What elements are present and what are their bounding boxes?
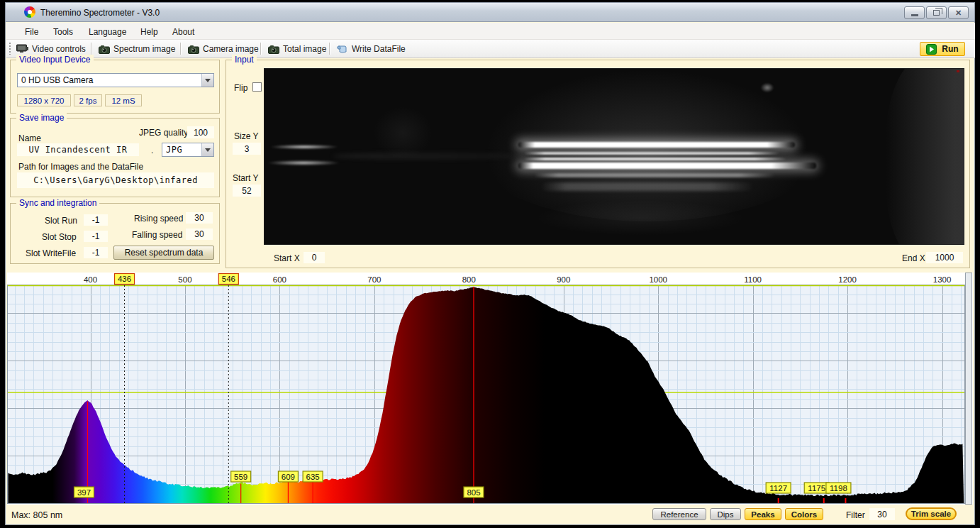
video-device-value: 0 HD USB Camera xyxy=(18,75,201,85)
close-button[interactable]: ✕ xyxy=(948,6,969,19)
axis-tick-900: 900 xyxy=(557,275,570,284)
jpeg-quality-field[interactable]: 100 xyxy=(187,126,214,138)
main-streak-5 xyxy=(534,173,775,177)
svg-text:436: 436 xyxy=(118,275,131,283)
axis-tick-800: 800 xyxy=(462,275,476,284)
axis-tick-700: 700 xyxy=(367,275,381,284)
lower-smudge xyxy=(534,200,747,236)
left-streak-upper xyxy=(270,145,338,149)
video-device-select[interactable]: 0 HD USB Camera xyxy=(17,73,214,87)
end-x-label: End X xyxy=(902,253,925,263)
peak-label-1127: 1127 xyxy=(766,483,791,493)
toolbar-camera-image[interactable]: Camera image xyxy=(185,42,262,56)
chevron-down-icon xyxy=(201,74,213,87)
format-value: JPG xyxy=(162,145,201,155)
peaks-button[interactable]: Peaks xyxy=(745,508,781,520)
slot-writefile-label: Slot WriteFile xyxy=(26,248,76,258)
colors-button[interactable]: Colors xyxy=(785,508,823,520)
reset-spectrum-button[interactable]: Reset spectrum data xyxy=(113,246,214,260)
camera-preview-image xyxy=(264,68,964,245)
spectrum-chart[interactable]: 4005006007008009001000110012001300436546… xyxy=(7,273,973,505)
svg-text:1198: 1198 xyxy=(830,484,847,493)
red-mark xyxy=(957,70,959,72)
menu-bar: File Tools Language Help About xyxy=(6,23,975,40)
slot-writefile-field[interactable]: -1 xyxy=(84,247,108,258)
exposure-button[interactable]: 12 mS xyxy=(105,94,142,106)
menu-language[interactable]: Language xyxy=(86,26,129,38)
axis-tick-1000: 1000 xyxy=(649,275,667,284)
maximize-button[interactable] xyxy=(926,6,947,19)
reference-button[interactable]: Reference xyxy=(652,508,706,520)
start-y-field[interactable]: 52 xyxy=(233,185,261,197)
rising-speed-field[interactable]: 30 xyxy=(186,212,213,224)
toolbar-grip[interactable] xyxy=(9,43,11,55)
end-x-field[interactable]: 1000 xyxy=(926,252,963,263)
dips-button[interactable]: Dips xyxy=(710,508,741,520)
menu-about[interactable]: About xyxy=(169,26,197,38)
filter-label: Filter xyxy=(846,510,865,520)
fps-button[interactable]: 2 fps xyxy=(74,94,102,106)
monitor-icon xyxy=(16,44,28,54)
main-streak-6 xyxy=(541,182,754,191)
chevron-down-icon xyxy=(201,143,213,156)
start-x-field[interactable]: 0 xyxy=(304,252,325,263)
axis-tick-1200: 1200 xyxy=(838,275,857,284)
peak-label-397: 397 xyxy=(74,487,94,497)
size-y-label: Size Y xyxy=(234,131,258,141)
run-button[interactable]: Run xyxy=(920,42,965,56)
slot-run-label: Slot Run xyxy=(45,216,77,226)
image-name-field[interactable]: UV Incandescent IR xyxy=(17,143,139,156)
close-icon: ✕ xyxy=(955,9,962,17)
group-title: Input xyxy=(232,55,257,65)
toolbar-total-image[interactable]: Total image xyxy=(265,42,329,56)
dot-separator: . xyxy=(151,145,153,155)
filter-field[interactable]: 30 xyxy=(869,508,895,520)
trim-scale-button[interactable]: Trim scale xyxy=(906,507,957,520)
menu-tools[interactable]: Tools xyxy=(50,26,76,38)
toolbar-separator xyxy=(91,43,91,55)
peak-label-546: 546 xyxy=(218,274,238,285)
screenshot-root: Theremino Spectrometer - V3.0 ✕ File Too… xyxy=(0,0,980,528)
flip-label: Flip xyxy=(234,83,247,93)
title-bar[interactable]: Theremino Spectrometer - V3.0 ✕ xyxy=(6,3,974,22)
falling-speed-field[interactable]: 30 xyxy=(186,229,213,240)
slot-run-field[interactable]: -1 xyxy=(84,214,108,226)
play-icon xyxy=(926,44,937,55)
falling-speed-label: Falling speed xyxy=(132,230,182,240)
toolbar-video-controls[interactable]: Video controls xyxy=(13,42,89,56)
svg-text:397: 397 xyxy=(77,488,91,497)
resolution-button[interactable]: 1280 x 720 xyxy=(17,94,71,106)
toolbar-separator xyxy=(260,43,261,55)
minimize-icon xyxy=(911,14,918,16)
flip-checkbox[interactable] xyxy=(252,82,262,92)
svg-text:805: 805 xyxy=(467,488,480,497)
scroll-icon xyxy=(337,44,348,54)
path-field[interactable]: C:\Users\GaryG\Desktop\infared xyxy=(17,172,214,188)
svg-text:609: 609 xyxy=(282,473,295,481)
toolbar-spectrum-image[interactable]: Spectrum image xyxy=(96,42,178,56)
max-peak-readout: Max: 805 nm xyxy=(11,510,62,520)
size-y-field[interactable]: 3 xyxy=(233,143,261,155)
camera-icon xyxy=(99,45,110,54)
toolbar-write-datafile[interactable]: Write DataFile xyxy=(334,42,408,56)
group-title: Video Input Device xyxy=(16,55,94,65)
slot-stop-field[interactable]: -1 xyxy=(84,231,108,242)
peak-label-1198: 1198 xyxy=(826,483,851,493)
toolbar: Video controls Spectrum image Camera ima… xyxy=(6,40,975,58)
rising-speed-label: Rising speed xyxy=(134,214,183,224)
menu-help[interactable]: Help xyxy=(138,26,161,38)
peak-label-559: 559 xyxy=(231,471,251,482)
main-streak-3 xyxy=(524,158,786,160)
format-select[interactable]: JPG xyxy=(162,143,214,157)
start-x-label: Start X xyxy=(274,253,300,263)
menu-file[interactable]: File xyxy=(22,26,41,38)
minimize-button[interactable] xyxy=(904,6,925,19)
right-light-band xyxy=(886,68,964,245)
toolbar-separator xyxy=(329,43,330,55)
peak-label-436: 436 xyxy=(115,274,135,285)
svg-text:1175: 1175 xyxy=(808,484,825,493)
camera-icon xyxy=(268,45,279,54)
main-streak-1 xyxy=(518,142,795,148)
peak-label-805: 805 xyxy=(464,487,484,497)
spectrum-plot-svg: 4005006007008009001000110012001300436546… xyxy=(7,273,973,505)
